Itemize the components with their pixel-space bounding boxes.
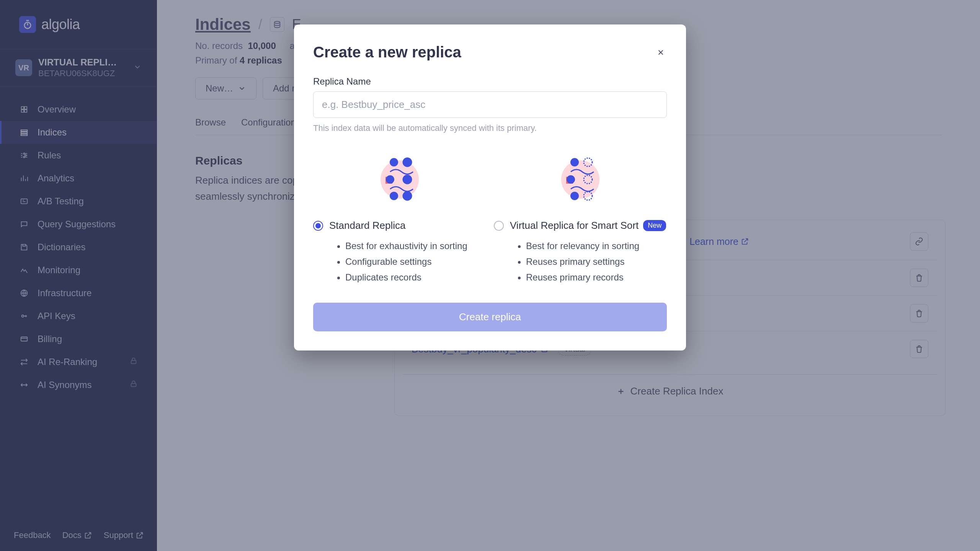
- replica-options: Standard ReplicaBest for exhaustivity in…: [313, 151, 667, 285]
- svg-point-32: [570, 192, 579, 200]
- radio-button[interactable]: [494, 221, 504, 231]
- option-bullets: Best for exhaustivity in sortingConfigur…: [336, 238, 486, 285]
- svg-point-30: [567, 175, 575, 184]
- svg-point-22: [386, 175, 394, 184]
- option-illustration: [494, 151, 667, 208]
- replica-name-label: Replica Name: [313, 76, 667, 87]
- svg-point-21: [403, 158, 412, 166]
- replica-type-option[interactable]: Standard ReplicaBest for exhaustivity in…: [313, 151, 486, 285]
- option-bullets: Best for relevancy in sortingReuses prim…: [517, 238, 667, 285]
- create-replica-submit-button[interactable]: Create replica: [313, 303, 667, 331]
- svg-point-23: [403, 175, 412, 184]
- modal-title: Create a new replica: [313, 44, 461, 61]
- close-icon: [657, 48, 665, 57]
- option-illustration: [313, 151, 486, 208]
- replica-type-option[interactable]: Virtual Replica for Smart Sort NewBest f…: [494, 151, 667, 285]
- option-title: Standard Replica: [329, 220, 405, 231]
- svg-point-24: [390, 192, 398, 200]
- modal-overlay[interactable]: Create a new replica Replica Name This i…: [0, 0, 980, 551]
- create-replica-modal: Create a new replica Replica Name This i…: [294, 24, 686, 350]
- svg-point-20: [390, 158, 398, 166]
- replica-name-help: This index data will be automatically sy…: [313, 123, 667, 133]
- svg-point-28: [570, 158, 579, 166]
- svg-point-25: [403, 192, 412, 200]
- new-badge: New: [643, 220, 666, 231]
- replica-name-input[interactable]: [313, 91, 667, 118]
- close-button[interactable]: [655, 46, 667, 59]
- radio-button[interactable]: [313, 221, 323, 231]
- option-title: Virtual Replica for Smart Sort New: [510, 220, 666, 231]
